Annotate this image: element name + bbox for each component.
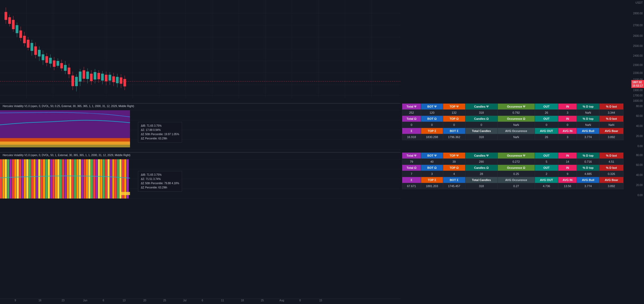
stats-table-1: Total Ψ BOT Ψ TOP Ψ Candles Ψ Occurence … xyxy=(402,103,624,140)
svg-rect-127 xyxy=(60,159,62,199)
tooltip2-line1: ΔIB: 71.65 3.75% xyxy=(141,173,179,177)
time-label-jul: Jul xyxy=(183,299,187,302)
svg-rect-144 xyxy=(100,159,102,199)
time-label-11: 11 xyxy=(221,299,224,302)
svg-rect-121 xyxy=(45,159,47,199)
price-tick-1900: 1900.00 xyxy=(633,89,643,92)
svg-rect-111 xyxy=(21,159,24,199)
svg-rect-107 xyxy=(12,159,14,199)
s2d1-out: 5 xyxy=(535,159,558,165)
s2d1-total-psi: 79 xyxy=(402,159,421,165)
h1-out: OUT xyxy=(535,104,558,110)
price-axis: USDT 2800.00 2700.00 2600.00 2500.00 240… xyxy=(624,0,644,103)
tooltip1-line3: ΔΣ 50th Percentile: 19.97 1.05% xyxy=(141,132,179,136)
s2h1-total-psi: Total Ψ xyxy=(402,153,421,159)
d3-top-sigma: 1830.298 xyxy=(421,134,443,140)
svg-rect-137 xyxy=(84,159,86,199)
h3-avg-in: AVG IN xyxy=(558,128,577,134)
s2d2-occurence-omega: 0.25 xyxy=(498,171,535,177)
stats1-sigma-data: 16.918 1830.298 1796.362 318 NaN 26 3 3.… xyxy=(402,134,624,140)
s2d1-in: 14 xyxy=(558,159,577,165)
svg-rect-108 xyxy=(14,159,16,199)
svg-rect-105 xyxy=(7,159,9,199)
svg-rect-147 xyxy=(107,159,110,199)
time-label-8: 8 xyxy=(299,299,301,302)
svg-rect-110 xyxy=(19,159,21,199)
svg-rect-31 xyxy=(19,30,22,38)
svg-rect-120 xyxy=(43,159,45,199)
svg-rect-119 xyxy=(41,159,43,199)
svg-rect-33 xyxy=(23,36,26,43)
time-label-20: 20 xyxy=(143,299,146,302)
d1-top-psi: 132 xyxy=(443,110,465,116)
svg-rect-149 xyxy=(112,159,114,199)
h2-top-omega: TOP Ω xyxy=(443,116,465,122)
h3-total-candles: Total Candles xyxy=(465,128,498,134)
s2d3-avg-out: 4.736 xyxy=(535,183,558,189)
h2-in: IN xyxy=(558,116,577,122)
osc1-tick-40: 40.00 xyxy=(636,125,643,127)
d3-avg-in: 3 xyxy=(558,134,577,140)
time-label-18: 18 xyxy=(241,299,244,302)
d3-total-candles: 318 xyxy=(465,134,498,140)
stats-table-1-container: Total Ψ BOT Ψ TOP Ψ Candles Ψ Occurence … xyxy=(402,103,624,152)
s2h1-bot-psi: BOT Ψ xyxy=(421,153,443,159)
d1-bot-psi: 120 xyxy=(421,110,443,116)
stats2-data-row2: 7 3 4 28 0.25 2 9 4.885 0.326 xyxy=(402,171,624,177)
s2d3-avg-bear: 3.892 xyxy=(599,183,624,189)
s2d1-occurence-psi: 0.272 xyxy=(498,159,535,165)
h2-pct-d-bot: % D bot xyxy=(599,116,624,122)
main-chart xyxy=(0,0,401,103)
d2-candles-omega: 0 xyxy=(465,122,498,128)
d1-occurence-psi: 0.792 xyxy=(498,110,535,116)
stats2-header-row1: Total Ψ BOT Ψ TOP Ψ Candles Ψ Occurence … xyxy=(402,153,624,159)
s2h2-occurence-omega: Occurence Ω xyxy=(498,165,535,171)
h2-pct-d-top: % D top xyxy=(577,116,599,122)
h1-pct-d-top: % D top xyxy=(577,104,599,110)
svg-rect-126 xyxy=(57,159,59,199)
svg-rect-113 xyxy=(26,159,28,199)
s2d2-top-omega: 4 xyxy=(443,171,465,177)
osc2-tick-40: 40.00 xyxy=(636,174,643,177)
h2-occurence-omega: Occurence Ω xyxy=(498,116,535,122)
time-label-6: 6 xyxy=(103,299,104,302)
time-axis: 9 16 23 Jun 6 13 20 25 Jul 6 11 18 25 Au… xyxy=(0,299,401,304)
osc2-axis: 80.00 60.00 40.00 20.00 0.00 xyxy=(624,152,644,201)
oscillator-panel-1: Hercules Volatility V1.0 (open, 0, DVOL,… xyxy=(0,103,401,152)
stats1-header-row1: Total Ψ BOT Ψ TOP Ψ Candles Ψ Occurence … xyxy=(402,104,624,110)
svg-rect-139 xyxy=(88,159,90,199)
d3-avg-occurence: NaN xyxy=(498,134,535,140)
d2-occurence-omega: NaN xyxy=(498,122,535,128)
svg-rect-77 xyxy=(105,75,107,81)
h2-candles-omega: Candles Ω xyxy=(465,116,498,122)
s2d2-pct-d-top: 4.885 xyxy=(577,171,599,177)
price-tick-2200: 2200.00 xyxy=(633,72,643,74)
svg-rect-141 xyxy=(93,159,95,199)
h3-avg-bear: AVG Bear xyxy=(599,128,624,134)
s2h1-candles-psi: Candles Ψ xyxy=(465,153,498,159)
s2h1-occurence-psi: Occurence Ψ xyxy=(498,153,535,159)
s2d2-out: 2 xyxy=(535,171,558,177)
svg-rect-39 xyxy=(34,46,37,55)
s2h3-avg-in: AVG IN xyxy=(558,177,577,183)
osc1-tick-0: 0.00 xyxy=(638,145,643,148)
svg-rect-43 xyxy=(42,54,44,60)
svg-rect-23 xyxy=(5,12,7,20)
s2h3-avg-bear: AVG Bear xyxy=(599,177,624,183)
svg-rect-35 xyxy=(27,40,29,48)
time-label-13: 13 xyxy=(123,299,126,302)
svg-rect-143 xyxy=(98,159,100,199)
stats2-data-row1: 79 40 39 290 0.272 5 14 0.716 4.51 xyxy=(402,159,624,165)
d2-pct-d-bot: NaN xyxy=(599,122,624,128)
osc2-tick-60: 60.00 xyxy=(636,164,643,166)
s2d2-pct-d-bot: 0.326 xyxy=(599,171,624,177)
d1-candles-psi: 318 xyxy=(465,110,498,116)
svg-rect-124 xyxy=(53,159,55,199)
h3-avg-occurence: AVG Occurence xyxy=(498,128,535,134)
svg-rect-49 xyxy=(53,60,55,67)
osc1-tick-60: 60.00 xyxy=(636,114,643,117)
svg-rect-59 xyxy=(71,76,74,86)
time-label-25b: 25 xyxy=(261,299,264,302)
svg-rect-131 xyxy=(69,159,71,199)
h2-out: OUT xyxy=(535,116,558,122)
